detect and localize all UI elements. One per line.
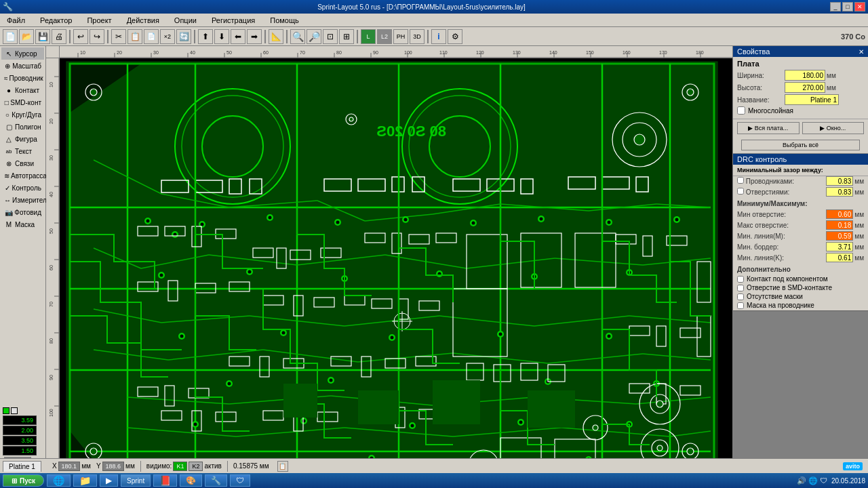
drc-hole-smd-checkbox[interactable] [737,285,744,291]
tool-mask[interactable]: M Маска [1,218,44,230]
taskbar-sprint[interactable]: Sprint [121,474,151,487]
layer-icon[interactable]: 📋 [277,461,288,472]
name-input[interactable] [785,94,839,105]
tool-via[interactable]: ⊗ Связи [1,157,44,169]
canvas-area[interactable]: 10 20 30 40 50 60 70 80 90 100 [46,46,732,488]
start-button[interactable]: ⊞ Пуск [3,474,44,487]
taskbar-media[interactable]: ▶ [100,474,118,487]
tb-rotate[interactable]: 🔄 [176,29,191,44]
tool-polygon[interactable]: ▢ Полигон [1,121,44,133]
taskbar-app7[interactable]: 🔧 [205,474,227,487]
window-button[interactable]: ▶ Окно... [802,122,865,134]
toolbar-sep-4 [264,30,266,43]
tb-zoom-select[interactable]: ⊞ [339,29,354,44]
tb-undo[interactable]: ↩ [73,29,88,44]
height-input[interactable] [785,82,825,93]
drc-conductors-checkbox[interactable] [737,177,744,184]
menu-actions[interactable]: Действия [123,15,163,26]
tb-redo[interactable]: ↪ [90,29,104,44]
tb-zoom-in[interactable]: 🔍 [290,29,305,44]
svg-marker-300 [358,390,399,424]
select-all-button[interactable]: Выбрать всё [741,140,860,150]
cursor-icon: ↖ [4,49,14,58]
menu-file[interactable]: Файл [3,15,29,26]
menu-help[interactable]: Помощь [266,15,303,26]
tool-arc[interactable]: ○ Круг/Дуга [1,108,44,121]
layer-tab-1[interactable]: Platine 1 [3,461,41,472]
width-input[interactable] [785,70,825,81]
tool-photo[interactable]: 📷 Фотовид [1,206,44,218]
maximize-button[interactable]: □ [842,2,853,12]
tool-control[interactable]: ✓ Контроль [1,182,44,194]
menu-options[interactable]: Опции [170,15,201,26]
tb-x2[interactable]: ×2 [160,29,175,44]
tool-autoroute[interactable]: ≋ Автотрасса [1,169,44,182]
tb-save[interactable]: 💾 [35,29,50,44]
drc-contact-checkbox[interactable] [737,276,744,283]
ruler-left-svg: 10 20 30 40 50 60 70 80 90 100 [46,58,60,488]
tb-zoom-fit[interactable]: ⊡ [323,29,338,44]
tool-scale[interactable]: ⊕ Масштаб [1,60,44,72]
svg-point-195 [228,382,231,386]
tb-settings[interactable]: ⚙ [448,29,462,44]
size-display-1: 3.50 [3,436,37,445]
tb-up[interactable]: ⬆ [198,29,213,44]
name-row: Название: [737,94,864,105]
tool-contact[interactable]: ● Контакт [1,84,44,96]
tool-measure[interactable]: ↔ Измеритель [1,194,44,206]
drc-contact-label: Контакт под компонентом [747,275,828,283]
properties-close-button[interactable]: ✕ [859,48,864,56]
tb-layer2[interactable]: L2 [377,29,392,44]
drc-conductors-input[interactable] [826,176,853,186]
tb-open[interactable]: 📂 [19,29,34,44]
tb-print[interactable]: 🖨 [52,29,66,44]
drc-holes-input[interactable] [826,187,853,197]
tool-cursor[interactable]: ↖ Курсор [1,47,44,60]
minimize-button[interactable]: _ [830,2,841,12]
drc-minborder-input[interactable] [826,242,853,251]
tb-3d[interactable]: 3D [410,29,425,44]
tb-zoom-out[interactable]: 🔎 [307,29,321,44]
menu-register[interactable]: Регистрация [208,15,259,26]
taskbar-paint[interactable]: 🎨 [180,474,202,487]
tb-measure[interactable]: 📐 [269,29,283,44]
drc-minlineM-input[interactable] [826,231,853,241]
pcb-board[interactable]: 80 S0 20S [60,58,732,488]
menu-project[interactable]: Проект [83,15,115,26]
tb-down[interactable]: ⬇ [214,29,229,44]
tool-figure[interactable]: △ Фигура [1,133,44,145]
multilayer-checkbox[interactable] [737,106,745,115]
tb-copy[interactable]: 📋 [127,29,142,44]
tool-smd[interactable]: □ SMD-конт [1,96,44,108]
svg-point-196 [330,379,333,382]
drc-minlineK-input[interactable] [826,253,853,262]
taskbar-explorer[interactable]: 📁 [73,474,97,487]
drc-maxhole-input[interactable] [826,220,853,230]
menu-edit[interactable]: Редактор [36,15,76,26]
svg-point-179 [404,218,408,222]
drc-holes-checkbox[interactable] [737,188,744,195]
taskbar-ie[interactable]: 🌐 [47,474,71,487]
tb-left[interactable]: ⬅ [231,29,245,44]
drc-mask-wire-label: Маска на проводнике [747,302,814,309]
board-section-title: Плата [737,60,864,68]
tool-wire[interactable]: ≈ Проводник [1,72,44,84]
tb-right[interactable]: ➡ [247,29,262,44]
drc-mask-wire-checkbox[interactable] [737,302,744,309]
tb-paste[interactable]: 📄 [144,29,159,44]
tool-text[interactable]: ab Текст [1,145,44,157]
all-plate-button[interactable]: ▶ Вся плата... [737,122,800,134]
close-button[interactable]: ✕ [854,2,865,12]
drc-no-mask-checkbox[interactable] [737,293,744,300]
tb-layers[interactable]: L [361,29,376,44]
taskbar-red-app[interactable]: 📕 [153,474,177,487]
taskbar-security[interactable]: 🛡 [230,474,250,487]
tray-icon-3: 🛡 [820,476,827,485]
tb-new[interactable]: 📄 [3,29,18,44]
drc-minhole-input[interactable] [826,209,853,219]
tb-info[interactable]: i [431,29,446,44]
properties-panel: Свойства ✕ Плата Ширина: мм Высота: [733,46,868,154]
tb-cut[interactable]: ✂ [111,29,126,44]
contact-icon: ● [4,85,14,95]
tb-photo[interactable]: PH [393,29,408,44]
